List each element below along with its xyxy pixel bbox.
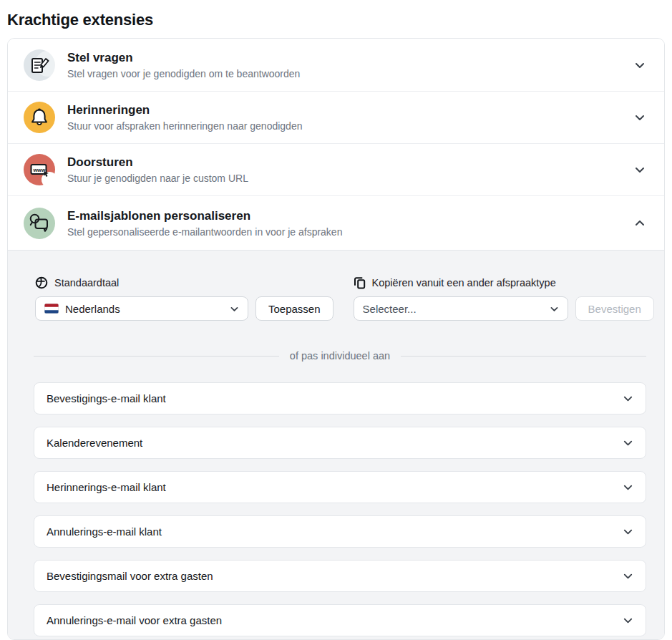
template-card-label: Annulerings-e-mail klant xyxy=(47,525,623,538)
template-card-label: Bevestigings-e-mail klant xyxy=(47,392,623,404)
chevron-down-icon xyxy=(623,393,633,404)
individual-divider: of pas individueel aan xyxy=(34,350,646,362)
extension-subtitle: Stel vragen voor je genodigden om te bea… xyxy=(67,68,634,79)
email-templates-panel: Standaardtaal Nederlands Toepassen xyxy=(8,250,664,640)
chevron-down-icon xyxy=(623,526,633,537)
chevron-down-icon xyxy=(634,112,650,123)
extension-subtitle: Stuur voor afspraken herinneringen naar … xyxy=(67,120,634,132)
globe-icon xyxy=(35,276,48,289)
extension-row-emailsjablonen[interactable]: E-mailsjablonen personaliseren Stel gepe… xyxy=(8,195,664,250)
extensions-list: Stel vragen Stel vragen voor je genodigd… xyxy=(7,38,665,640)
extension-row-herinneringen[interactable]: Herinneringen Stuur voor afspraken herin… xyxy=(8,91,664,143)
template-card-label: Herinnerings-e-mail klant xyxy=(47,481,623,493)
language-select[interactable]: Nederlands xyxy=(35,296,248,321)
chevron-down-icon xyxy=(623,482,633,493)
chevron-down-icon xyxy=(623,437,633,448)
chat-bubbles-icon xyxy=(24,208,55,239)
chevron-down-icon xyxy=(623,571,633,581)
extension-row-stel-vragen[interactable]: Stel vragen Stel vragen voor je genodigd… xyxy=(8,39,664,91)
template-card-label: Kalenderevenement xyxy=(47,437,623,449)
copy-source-select[interactable]: Selecteer... xyxy=(354,296,568,321)
extension-title: Stel vragen xyxy=(67,51,634,65)
copy-icon xyxy=(354,276,366,289)
divider-line xyxy=(34,356,279,357)
confirm-copy-button[interactable]: Bevestigen xyxy=(575,296,654,321)
bell-icon xyxy=(24,102,55,133)
default-language-label-row: Standaardtaal xyxy=(35,276,333,289)
extension-subtitle: Stel gepersonaliseerde e-mailantwoorden … xyxy=(67,226,634,238)
chevron-up-icon xyxy=(634,218,650,229)
template-card-kalenderevenement[interactable]: Kalenderevenement xyxy=(34,427,646,459)
default-language-group: Standaardtaal Nederlands Toepassen xyxy=(35,276,333,321)
extension-subtitle: Stuur je genodigden naar je custom URL xyxy=(67,173,634,184)
template-toolbar: Standaardtaal Nederlands Toepassen xyxy=(35,276,646,321)
template-card-herinnerings-email-klant[interactable]: Herinnerings-e-mail klant xyxy=(34,471,646,503)
template-card-bevestigings-email-klant[interactable]: Bevestigings-e-mail klant xyxy=(34,382,646,414)
svg-text:www: www xyxy=(33,167,46,173)
default-language-label: Standaardtaal xyxy=(54,277,119,289)
extension-title: Doorsturen xyxy=(67,155,634,170)
chevron-down-icon xyxy=(623,615,633,626)
chevron-down-icon xyxy=(634,59,650,71)
copy-source-placeholder: Selecteer... xyxy=(363,303,544,315)
template-card-annulerings-email-klant[interactable]: Annulerings-e-mail klant xyxy=(34,515,646,548)
individual-divider-label: of pas individueel aan xyxy=(290,350,390,362)
copy-from-group: Kopiëren vanuit een ander afspraaktype S… xyxy=(354,276,654,321)
divider-line xyxy=(401,356,646,357)
copy-from-label: Kopiëren vanuit een ander afspraaktype xyxy=(372,277,556,289)
chevron-down-icon xyxy=(230,304,239,314)
chevron-down-icon xyxy=(634,164,650,175)
page-title: Krachtige extensies xyxy=(7,11,672,29)
extension-title: Herinneringen xyxy=(67,103,634,117)
template-card-label: Annulerings-e-mail voor extra gasten xyxy=(47,614,623,626)
template-card-label: Bevestigingsmail voor extra gasten xyxy=(47,570,623,582)
copy-from-label-row: Kopiëren vanuit een ander afspraaktype xyxy=(354,276,654,289)
note-pencil-icon xyxy=(24,49,55,81)
apply-language-button[interactable]: Toepassen xyxy=(255,296,333,321)
extension-title: E-mailsjablonen personaliseren xyxy=(67,209,634,223)
extension-row-doorsturen[interactable]: www Doorsturen Stuur je genodigden naar … xyxy=(8,143,664,195)
nl-flag-icon xyxy=(44,304,59,314)
browser-www-icon: www xyxy=(24,154,55,185)
template-card-annulerings-email-extra-gasten[interactable]: Annulerings-e-mail voor extra gasten xyxy=(34,604,646,636)
template-card-bevestigingsmail-extra-gasten[interactable]: Bevestigingsmail voor extra gasten xyxy=(34,560,646,592)
chevron-down-icon xyxy=(550,304,559,314)
language-select-value: Nederlands xyxy=(65,303,224,315)
